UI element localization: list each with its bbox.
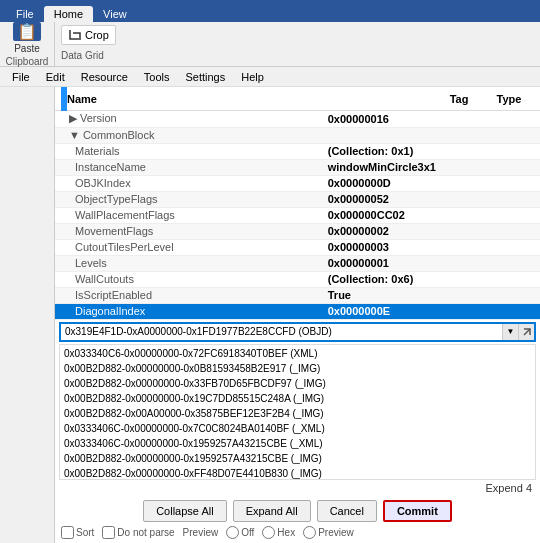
crop-label: Crop (85, 29, 109, 41)
main-content: Name Tag Type ▶Version 0x00000016 ▼Commo… (55, 87, 540, 543)
paste-label[interactable]: Paste (14, 43, 40, 54)
menu-settings[interactable]: Settings (177, 67, 233, 86)
tag-header: Tag (434, 93, 484, 105)
table-row[interactable]: WallPlacementFlags 0x000000CC02 (55, 207, 540, 223)
expand4-area: Expend 4 (55, 482, 540, 496)
table-row[interactable]: CutoutTilesPerLevel 0x00000003 (55, 239, 540, 255)
column-header-row: Name Tag Type (55, 87, 540, 111)
preview-radio[interactable]: Preview (303, 526, 354, 539)
expand4-label: Expend 4 (486, 482, 532, 494)
sort-option[interactable]: Sort (61, 526, 94, 539)
combo-dropdown[interactable]: 0x319E4F1D-0xA0000000-0x1FD1977B22E8CCFD… (59, 322, 536, 342)
tab-home[interactable]: Home (44, 6, 93, 22)
list-item[interactable]: 0x00B2D882-0x00000000-0x1959257A43215CBE… (60, 450, 535, 465)
button-row: Collapse All Expand All Cancel Commit (61, 500, 534, 522)
menu-file[interactable]: File (4, 67, 38, 86)
preview-label: Preview (183, 527, 219, 538)
preview-radio-input[interactable] (303, 526, 316, 539)
options-row: Sort Do not parse Preview Off Hex Previe… (61, 526, 534, 539)
menu-bar: File Edit Resource Tools Settings Help (0, 67, 540, 87)
list-item[interactable]: 0x00B2D882-0x00000000-0x19C7DD85515C248A… (60, 390, 535, 405)
hex-radio[interactable]: Hex (262, 526, 295, 539)
name-header: Name (67, 93, 434, 105)
menu-help[interactable]: Help (233, 67, 272, 86)
menu-resource[interactable]: Resource (73, 67, 136, 86)
do-not-parse-option[interactable]: Do not parse (102, 526, 174, 539)
table-row[interactable]: WallCutouts (Collection: 0x6) (55, 271, 540, 287)
list-item[interactable]: 0x0333406C-0x00000000-0x1959257A43215CBE… (60, 435, 535, 450)
combo-dropdown-arrow[interactable]: ▼ (502, 324, 518, 340)
tab-file[interactable]: File (6, 6, 44, 22)
crop-button[interactable]: Crop (61, 25, 116, 45)
table-row-selected[interactable]: DiagonalIndex 0x0000000E (55, 303, 540, 319)
list-item[interactable]: 0x0333406C-0x00000000-0x7C0C8024BA0140BF… (60, 420, 535, 435)
tab-view[interactable]: View (93, 6, 137, 22)
do-not-parse-checkbox[interactable] (102, 526, 115, 539)
table-row[interactable]: ObjectTypeFlags 0x00000052 (55, 191, 540, 207)
commit-button[interactable]: Commit (383, 500, 452, 522)
list-item[interactable]: 0x00B2D882-0x00000000-0x33FB70D65FBCDF97… (60, 375, 535, 390)
sort-checkbox[interactable] (61, 526, 74, 539)
clipboard-label: Clipboard (6, 56, 49, 67)
clipboard-section: 📋 Paste Clipboard (0, 22, 55, 66)
table-row[interactable]: Levels 0x00000001 (55, 255, 540, 271)
list-item[interactable]: 0x033340C6-0x00000000-0x72FC6918340T0BEF… (60, 345, 535, 360)
collapse-all-button[interactable]: Collapse All (143, 500, 226, 522)
list-item[interactable]: 0x00B2D882-0x00000000-0x1959257A43215CFF… (60, 480, 535, 481)
table-row[interactable]: OBJKIndex 0x0000000D (55, 175, 540, 191)
table-row[interactable]: IsScriptEnabled True (55, 287, 540, 303)
expand-all-button[interactable]: Expand All (233, 500, 311, 522)
table-row[interactable]: ▼CommonBlock (55, 127, 540, 143)
resource-list[interactable]: 0x033340C6-0x00000000-0x72FC6918340T0BEF… (59, 344, 536, 481)
menu-edit[interactable]: Edit (38, 67, 73, 86)
table-row[interactable]: ▶Version 0x00000016 (55, 111, 540, 127)
off-radio-input[interactable] (226, 526, 239, 539)
off-radio[interactable]: Off (226, 526, 254, 539)
crop-icon (68, 28, 82, 42)
table-row[interactable]: InstanceName windowMinCircle3x1 (55, 159, 540, 175)
property-table: ▶Version 0x00000016 ▼CommonBlock Materia… (55, 111, 540, 320)
cancel-button[interactable]: Cancel (317, 500, 377, 522)
hex-radio-input[interactable] (262, 526, 275, 539)
list-item[interactable]: 0x00B2D882-0x00000000-0xFF48D07E4410B830… (60, 465, 535, 480)
paste-icon: 📋 (13, 22, 41, 41)
menu-tools[interactable]: Tools (136, 67, 178, 86)
table-row[interactable]: Materials (Collection: 0x1) (55, 143, 540, 159)
ribbon-tools: Crop Data Grid (55, 22, 540, 66)
bottom-section: Collapse All Expand All Cancel Commit So… (55, 496, 540, 543)
sidebar (0, 87, 55, 543)
svg-line-0 (524, 329, 530, 335)
table-row[interactable]: MovementFlags 0x00000002 (55, 223, 540, 239)
list-item[interactable]: 0x00B2D882-0x00A00000-0x35875BEF12E3F2B4… (60, 405, 535, 420)
datagrid-label: Data Grid (61, 50, 534, 61)
combo-value: 0x319E4F1D-0xA0000000-0x1FD1977B22E8CCFD… (61, 326, 502, 337)
type-header: Type (484, 93, 534, 105)
combo-expand-icon[interactable] (518, 324, 534, 340)
list-item[interactable]: 0x00B2D882-0x00000000-0x0B81593458B2E917… (60, 360, 535, 375)
